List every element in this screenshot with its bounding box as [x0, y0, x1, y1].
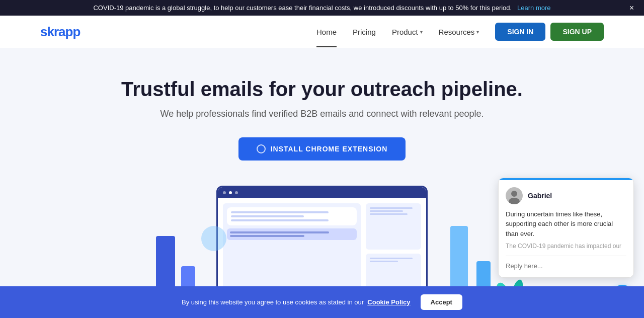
msg-line: [231, 211, 329, 213]
card-line: [370, 261, 398, 262]
resources-dropdown-icon: ▾: [476, 29, 479, 35]
nav-links: Home Pricing Product ▾ Resources ▾: [316, 28, 479, 36]
hero-heading: Trustful emails for your outreach pipeli…: [10, 78, 634, 101]
circle-decoration: [201, 226, 226, 251]
cookie-text: By using this website you agree to use c…: [182, 298, 411, 306]
msg-line: [231, 219, 329, 221]
nav-item-product[interactable]: Product ▾: [392, 28, 423, 36]
avatar: [506, 187, 523, 204]
msg-line: [231, 215, 304, 217]
dot-3: [235, 191, 238, 194]
dot-2: [229, 191, 232, 194]
chat-preview-text: The COVID-19 pandemic has impacted our: [506, 243, 626, 250]
message-bubble-1: [227, 207, 357, 225]
banner-text: COVID-19 pandemic is a global struggle, …: [93, 4, 512, 12]
nav-item-pricing[interactable]: Pricing: [353, 28, 376, 36]
monitor-right-panel: [366, 203, 421, 300]
card-line: [370, 258, 413, 259]
msg-line: [230, 235, 304, 237]
card-line: [370, 210, 403, 212]
nav-item-home[interactable]: Home: [316, 28, 337, 36]
cookie-accept-button[interactable]: Accept: [421, 294, 462, 310]
signin-button[interactable]: SIGN IN: [495, 23, 545, 41]
chat-user-row: Gabriel: [506, 187, 626, 204]
chrome-icon: [257, 144, 266, 153]
chat-username: Gabriel: [528, 192, 552, 200]
banner-learn-more-link[interactable]: Learn more: [517, 4, 550, 12]
card-line: [370, 213, 408, 215]
right-card-1: [366, 203, 421, 250]
announcement-banner: COVID-19 pandemic is a global struggle, …: [0, 0, 644, 16]
cookie-policy-link[interactable]: Cookie Policy: [367, 298, 410, 306]
dot-1: [223, 191, 226, 194]
banner-close-button[interactable]: ×: [629, 4, 634, 13]
cookie-banner: By using this website you agree to use c…: [0, 286, 644, 318]
nav-item-resources[interactable]: Resources ▾: [439, 28, 479, 36]
msg-line: [230, 231, 329, 233]
install-chrome-button[interactable]: INSTALL CHROME EXTENSION: [238, 137, 406, 161]
chat-body: Gabriel During uncertain times like thes…: [499, 180, 633, 278]
product-dropdown-icon: ▾: [420, 29, 423, 35]
monitor-top-bar: [218, 187, 426, 198]
logo[interactable]: skrapp: [40, 24, 80, 40]
hero-section: Trustful emails for your outreach pipeli…: [0, 48, 644, 171]
monitor-left-panel: [223, 203, 361, 300]
chat-input-area[interactable]: [506, 256, 626, 270]
navbar: skrapp Home Pricing Product ▾ Resources …: [0, 16, 644, 48]
card-line: [370, 207, 413, 209]
chat-reply-input[interactable]: [506, 262, 626, 270]
message-bubble-2: [227, 228, 357, 240]
signup-button[interactable]: SIGN UP: [550, 23, 604, 41]
chat-panel: Gabriel During uncertain times like thes…: [498, 178, 634, 278]
hero-subheading: We help professionals find verified B2B …: [10, 109, 634, 119]
svg-point-4: [511, 191, 517, 197]
chat-message-text: During uncertain times like these, suppo…: [506, 209, 626, 239]
